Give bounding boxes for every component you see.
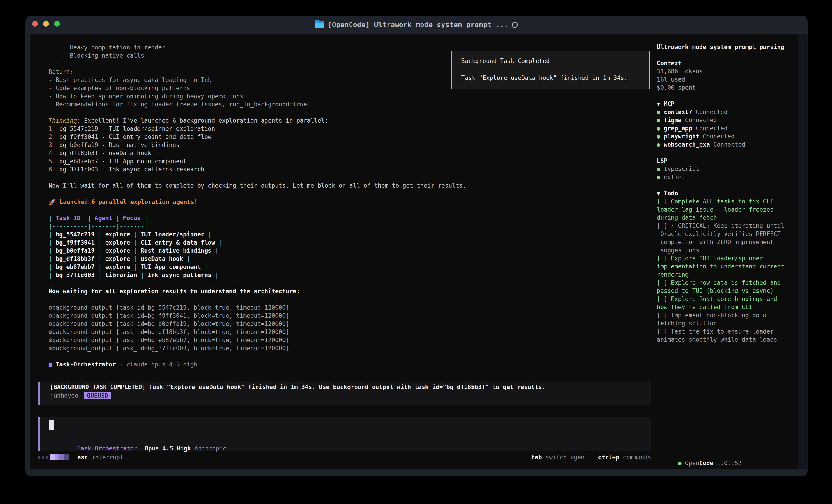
- text-run: bg_5547c219 - TUI loader/spinner explora…: [59, 125, 215, 132]
- terminal-line: [49, 279, 466, 287]
- toast-body: Task "Explore useData hook" finished in …: [461, 75, 628, 81]
- text-run: loader lag issue - loader freezes: [657, 206, 774, 213]
- agent-name[interactable]: Task-Orchestrator: [77, 445, 137, 452]
- terminal-line: Thinking: Excellent! I've launched 6 bac…: [49, 116, 466, 124]
- text-run: [ ] Explore how data is fetched and: [657, 279, 781, 286]
- terminal-line: Now I'll wait for all of them to complet…: [49, 181, 466, 190]
- text-run: - Blocking native calls: [49, 52, 144, 59]
- sidebar-line: ● playwright Connected: [657, 132, 802, 140]
- text-run: background_output [task_id=bg_37f1c003, …: [52, 345, 289, 352]
- text-run: |: [49, 263, 52, 270]
- text-run: background_output [task_id=bg_b0effa19, …: [52, 320, 289, 327]
- terminal-line: [49, 60, 466, 68]
- terminal-line: | bg_df18bb3f | explore | useData hook |: [49, 255, 466, 263]
- sidebar-line: [ ] Complete ALL tasks to fix CLI: [657, 197, 802, 205]
- terminal-line: ⚙background_output [task_id=bg_df18bb3f,…: [49, 328, 466, 336]
- terminal-content: - Heavy computation in render - Blocking…: [30, 34, 798, 470]
- completed-message: [BACKGROUND TASK COMPLETED] Task "Explor…: [50, 384, 545, 390]
- terminal-line: 3. bg_b0effa19 - Rust native bindings: [49, 141, 466, 149]
- text-run: Connected: [692, 125, 728, 132]
- text-run: 16% used: [657, 76, 685, 83]
- text-run: bg_37f1c003 - Ink async patterns researc…: [59, 166, 204, 173]
- text-run: Now waiting for all exploration results …: [49, 288, 300, 295]
- text-run: Agent: [91, 215, 116, 222]
- sidebar-line: rendering: [657, 271, 802, 279]
- text-run: ⚙: [49, 337, 52, 343]
- text-run: CRITICAL: Keep iterating until: [678, 222, 784, 229]
- text-run: websearch_exa: [664, 141, 710, 148]
- sidebar-line: suggestions: [657, 246, 802, 254]
- keyboard-hints: tabswitch agentctrl+pcommands: [531, 454, 651, 460]
- terminal-line: 🚀 Launched 6 parallel exploration agents…: [49, 198, 466, 206]
- terminal-line: ⚙background_output [task_id=bg_eb87ebb7,…: [49, 336, 466, 344]
- sidebar-line: passed to TUI (blocking vs async): [657, 287, 802, 295]
- text-run: ●: [657, 141, 664, 148]
- text-run: [ ] Complete ALL tasks to fix CLI: [657, 198, 774, 205]
- sidebar-line: during data fetch: [657, 214, 802, 222]
- sidebar-line: ● typescript: [657, 165, 802, 173]
- status-bar: escinterrupt tabswitch agentctrl+pcomman…: [38, 452, 651, 462]
- sidebar-line: [ ] Implement non-blocking data: [657, 311, 802, 319]
- sidebar-line: animates smoothly while data loads: [657, 336, 802, 344]
- text-run: implementation to understand current: [657, 263, 784, 270]
- text-run: |----------|-------|-------|: [49, 223, 148, 230]
- text-run: Task ID: [52, 215, 88, 222]
- terminal-line: - Best practices for async data loading …: [49, 76, 466, 84]
- text-run: |: [134, 255, 137, 262]
- sidebar-line: loader lag issue - loader freezes: [657, 205, 802, 214]
- terminal-line: | bg_b0effa19 | explore | Rust native bi…: [49, 247, 466, 255]
- sidebar-line: [ ] Test the fix to ensure loader: [657, 328, 802, 336]
- background-task-toast[interactable]: Background Task Completed Task "Explore …: [451, 51, 650, 89]
- spinner-block: [59, 454, 64, 460]
- text-run: |: [134, 247, 137, 254]
- text-run: ⚙: [49, 312, 52, 319]
- text-run: |: [140, 272, 144, 278]
- text-run: LSP: [657, 158, 668, 164]
- text-run: [ ]: [657, 222, 671, 229]
- terminal-line: 1. bg_5547c219 - TUI loader/spinner expl…: [49, 124, 466, 133]
- terminal-line: ⚙background_output [task_id=bg_37f1c003,…: [49, 344, 466, 352]
- prompt-input-box[interactable]: Task-OrchestratorOpus 4.5 HighAnthropic: [38, 417, 651, 451]
- terminal-line: 5. bg_eb87ebb7 - TUI App main component: [49, 157, 466, 165]
- sidebar-line: [657, 51, 802, 59]
- text-run: 3.: [49, 142, 59, 148]
- sidebar-line: 31,686 tokens: [657, 67, 802, 76]
- text-run: Context: [657, 60, 682, 66]
- text-run: |: [49, 215, 52, 222]
- text-run: Connected: [692, 109, 728, 115]
- model-name[interactable]: Opus 4.5 High: [145, 445, 191, 452]
- text-run: ●: [657, 166, 664, 172]
- text-run: Focus: [120, 215, 144, 222]
- text-run: TUI App component: [137, 263, 204, 270]
- text-run: 6.: [49, 166, 59, 173]
- spinner-dot: [38, 456, 40, 459]
- sidebar-line: [657, 181, 802, 189]
- text-run: explore: [102, 239, 134, 246]
- text-run: TUI loader/spinner: [137, 231, 208, 238]
- text-run: bg_f9ff3041 - CLI entry point and data f…: [59, 134, 211, 140]
- text-run: bg_b0effa19: [52, 247, 98, 254]
- text-run: background_output [task_id=bg_5547c219, …: [52, 304, 289, 311]
- text-run: |: [134, 263, 137, 270]
- text-run: |: [98, 247, 102, 254]
- user-name: junhoyeo: [50, 392, 78, 399]
- terminal-line: ⚙background_output [task_id=bg_b0effa19,…: [49, 320, 466, 328]
- terminal-line: ⚙background_output [task_id=bg_5547c219,…: [49, 304, 466, 312]
- title-bar: [OpenCode] Ultrawork mode system prompt …: [25, 16, 808, 34]
- text-run: context7: [664, 109, 692, 115]
- text-run: eslint: [664, 174, 685, 180]
- window-edge-strip: [798, 34, 808, 470]
- text-run: Ink async patterns: [144, 272, 215, 278]
- sidebar-line: implementation to understand current: [657, 262, 802, 271]
- text-run: [ ] Explore TUI loader/spinner: [657, 255, 763, 262]
- terminal-line: [49, 296, 466, 304]
- spinner-dot: [42, 456, 44, 459]
- text-run: Connected: [699, 133, 735, 140]
- sidebar-line: Oracle explicitly verifies PERFECT: [657, 230, 802, 238]
- sidebar-line: $0.00 spent: [657, 84, 802, 92]
- queued-badge: QUEUED: [84, 392, 111, 399]
- text-run: 2.: [49, 134, 59, 140]
- text-run: during data fetch: [657, 214, 717, 221]
- terminal-line: - Code examples of non-blocking patterns: [49, 84, 466, 92]
- text-run: - Best practices for async data loading …: [49, 77, 211, 83]
